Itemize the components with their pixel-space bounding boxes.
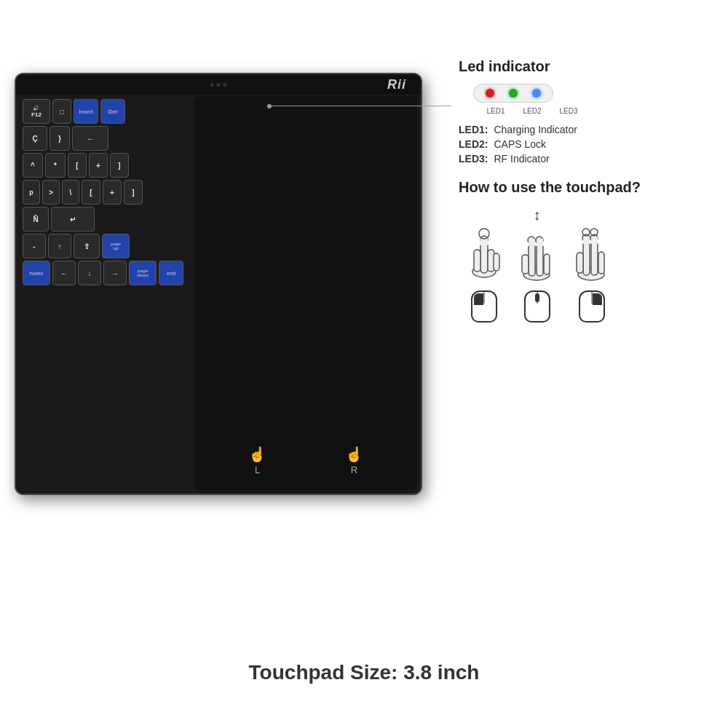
key-caret[interactable]: ^ (23, 153, 43, 178)
svg-rect-3 (474, 250, 480, 272)
touchpad-usage-title: How to use the touchpad? (459, 179, 706, 196)
key-asterisk[interactable]: * (45, 153, 66, 178)
key-plus-2[interactable]: + (103, 180, 122, 205)
key-row-6: home ← ↓ → page down (23, 261, 188, 285)
key-pageup[interactable]: page up (102, 234, 130, 258)
key-pagedown[interactable]: page down (129, 261, 157, 285)
touchpad-size-label: Touchpad Size: 3.8 inch (249, 661, 480, 684)
key-row-2: ^ * [ + ] (23, 153, 188, 178)
led-desc-value-3: RF Indicator (494, 153, 549, 165)
led-desc-key-1: LED1: (459, 124, 488, 135)
svg-rect-16 (537, 239, 543, 246)
key-shift[interactable]: ⇧ (74, 234, 100, 258)
svg-rect-10 (537, 244, 543, 276)
key-square[interactable]: □ (52, 99, 71, 124)
led-section-title: Led indicator (459, 58, 706, 75)
callout-line (269, 106, 451, 107)
touchpad-left-button-label: ☝ L (248, 446, 266, 475)
key-end[interactable]: end (159, 261, 183, 285)
key-del[interactable]: Del (100, 99, 125, 124)
key-gt[interactable]: > (42, 180, 60, 205)
key-plus[interactable]: + (89, 153, 108, 178)
gesture-mouse-right (579, 290, 605, 323)
key-row-0: 🔊 F12 □ Insert Del (23, 99, 188, 124)
key-left[interactable]: ← (52, 261, 76, 285)
keyboard-top-bar: Rii (16, 74, 421, 95)
keyboard-led-dots (210, 83, 227, 87)
led-desc-key-2: LED2: (459, 138, 488, 150)
svg-rect-9 (529, 244, 535, 276)
key-f12[interactable]: 🔊 F12 (23, 99, 50, 124)
led-descriptions: LED1: Charging Indicator LED2: CAPS Lock… (459, 124, 706, 165)
key-p[interactable]: p (23, 180, 40, 205)
callout-dot (267, 104, 272, 108)
key-backspace[interactable]: ← (72, 126, 108, 151)
svg-rect-20 (598, 252, 604, 274)
led-circle-2 (509, 89, 518, 98)
touchpad-button-labels: ☝ L ☝ R (194, 446, 417, 475)
key-c-cedilla[interactable]: Ç (23, 126, 47, 151)
led-label-2: LED2 (521, 107, 543, 115)
key-down[interactable]: ↓ (78, 261, 101, 285)
rii-brand-logo: Rii (387, 77, 406, 92)
key-right[interactable]: → (103, 261, 127, 285)
key-bracket-close-2[interactable]: ] (124, 180, 143, 205)
led-labels-row: LED1 LED2 LED3 (485, 107, 579, 115)
led-indicator-section: Led indicator LED1 LED2 LED3 LED1: Charg… (459, 58, 706, 165)
gesture-single-hand-icon (466, 228, 502, 285)
key-up[interactable]: ↑ (48, 234, 71, 258)
led-desc-3: LED3: RF Indicator (459, 153, 706, 165)
two-finger-tap-hand (571, 227, 612, 285)
key-enter[interactable]: ↵ (51, 207, 95, 232)
led-label-1: LED1 (485, 107, 507, 115)
svg-rect-12 (522, 255, 529, 274)
touchpad-right-button-label: ☝ R (345, 446, 363, 475)
key-n-tilde[interactable]: Ñ (23, 207, 49, 232)
svg-rect-1 (480, 242, 488, 273)
led-desc-key-3: LED3: (459, 153, 488, 165)
svg-rect-21 (577, 253, 583, 273)
key-minus[interactable]: - (23, 234, 46, 258)
svg-rect-25 (591, 237, 598, 244)
main-container: Rii 🔊 F12 □ Insert (0, 0, 728, 728)
key-insert[interactable]: Insert (74, 99, 98, 124)
key-backslash[interactable]: \ (62, 180, 79, 205)
key-bracket-open-2[interactable]: [ (82, 180, 100, 205)
key-row-3: p > \ [ + ] (23, 180, 188, 205)
led-diagram: LED1 LED2 LED3 (473, 84, 706, 115)
svg-rect-11 (544, 254, 550, 274)
keyboard-body: Rii 🔊 F12 □ Insert (15, 73, 422, 495)
touchpad-area[interactable]: ☝ L ☝ R (194, 96, 417, 490)
gesture-mouse-left (471, 290, 497, 323)
key-bracket-close[interactable]: ] (110, 153, 129, 178)
led-circle-3 (532, 89, 541, 98)
svg-rect-18 (583, 242, 590, 275)
key-home[interactable]: home (23, 261, 50, 285)
key-bracket-open[interactable]: [ (68, 153, 87, 178)
svg-rect-14 (529, 239, 535, 246)
gesture-mouse-scroll (524, 290, 550, 323)
led-label-3: LED3 (558, 107, 579, 115)
mouse-right-highlight (593, 293, 602, 305)
scroll-arrow-icon: ↕ (534, 207, 541, 223)
svg-rect-23 (583, 237, 590, 244)
led-desc-2: LED2: CAPS Lock (459, 138, 706, 150)
led-capsule (473, 84, 553, 103)
led-circle-1 (486, 89, 494, 98)
info-panel: Led indicator LED1 LED2 LED3 LED1: Charg… (459, 58, 706, 323)
key-brace[interactable]: } (50, 126, 70, 151)
touchpad-usage-section: How to use the touchpad? (459, 179, 706, 323)
gesture-demos: ↕ (466, 207, 706, 323)
key-row-1: Ç } ← (23, 126, 188, 151)
keyboard-led-dot-3 (223, 83, 227, 87)
led-desc-value-2: CAPS Lock (494, 138, 546, 150)
keyboard-led-dot-1 (210, 83, 214, 87)
gesture-two-finger-tap (571, 227, 612, 323)
keyboard-section: Rii 🔊 F12 □ Insert (15, 73, 422, 524)
led-desc-value-1: Charging Indicator (494, 124, 577, 135)
key-row-5: - ↑ ⇧ page up (23, 234, 188, 258)
keyboard-led-dot-2 (217, 83, 221, 87)
mouse-scroll-highlight (535, 293, 539, 302)
two-finger-hand (517, 231, 557, 285)
svg-rect-4 (494, 253, 499, 271)
